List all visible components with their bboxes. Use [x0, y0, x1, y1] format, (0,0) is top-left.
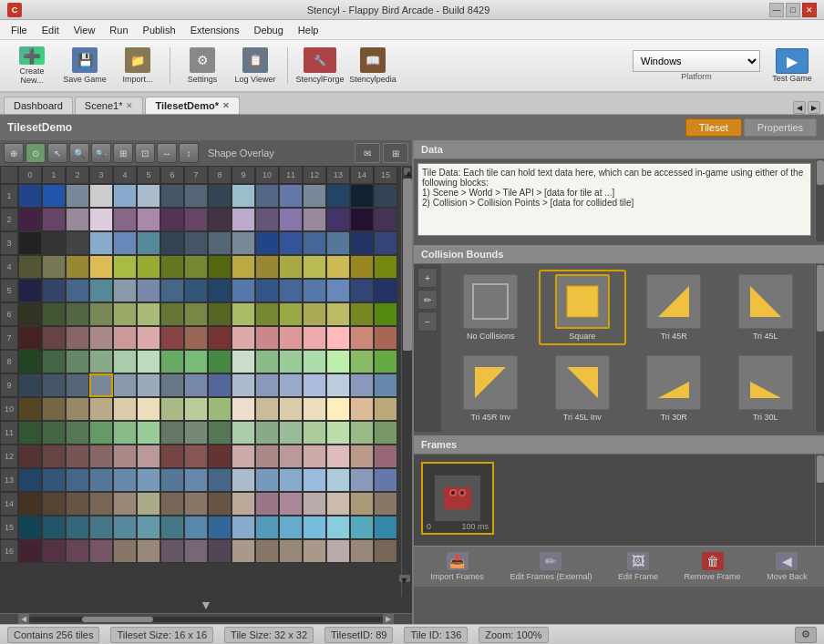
tile-cell-13-14[interactable] [350, 492, 374, 516]
tile-cell-7-9[interactable] [232, 350, 255, 373]
collision-none[interactable]: No Collisions [447, 270, 535, 345]
tile-cell-10-9[interactable] [232, 421, 255, 445]
tile-cell-9-13[interactable] [326, 397, 350, 421]
tile-cell-1-4[interactable] [113, 208, 137, 231]
tile-cell-14-9[interactable] [232, 516, 255, 539]
tile-cell-6-9[interactable] [232, 326, 255, 350]
tile-cell-2-9[interactable] [232, 231, 255, 255]
tile-cell-0-1[interactable] [42, 184, 66, 208]
tile-cell-0-3[interactable] [89, 184, 113, 208]
tile-cell-8-14[interactable] [350, 373, 374, 397]
collision-square[interactable]: Square [539, 270, 627, 345]
ts-btn-3[interactable]: ↖ [47, 143, 67, 163]
collision-scrollbar[interactable] [815, 264, 824, 432]
tile-cell-7-3[interactable] [89, 350, 113, 373]
tile-cell-8-4[interactable] [113, 373, 137, 397]
tile-cell-9-8[interactable] [208, 397, 232, 421]
tile-cell-9-0[interactable] [18, 397, 42, 421]
tile-cell-6-4[interactable] [113, 326, 137, 350]
tile-cell-4-5[interactable] [137, 279, 160, 302]
tab-next-button[interactable]: ▶ [808, 101, 820, 114]
tile-cell-1-3[interactable] [89, 208, 113, 231]
tile-cell-11-4[interactable] [113, 445, 137, 468]
tile-cell-3-4[interactable] [113, 255, 137, 279]
tile-cell-3-8[interactable] [208, 255, 232, 279]
tile-cell-1-14[interactable] [350, 208, 374, 231]
edit-frames-external-button[interactable]: ✏ Edit Frames (External) [506, 550, 595, 583]
tile-cell-3-15[interactable] [374, 255, 397, 279]
tile-cell-13-6[interactable] [160, 492, 184, 516]
tile-cell-9-11[interactable] [279, 397, 303, 421]
tile-cell-3-11[interactable] [279, 255, 303, 279]
tile-cell-14-15[interactable] [374, 516, 397, 539]
tile-cell-12-1[interactable] [42, 468, 66, 492]
frames-scrollbar[interactable] [815, 455, 824, 546]
ts-btn-6[interactable]: ⊡ [135, 143, 155, 163]
tile-cell-1-2[interactable] [66, 208, 89, 231]
tile-cell-5-13[interactable] [326, 302, 350, 326]
tileset-vscroll-thumb[interactable] [403, 179, 412, 351]
tile-cell-1-0[interactable] [18, 208, 42, 231]
tile-cell-10-0[interactable] [18, 421, 42, 445]
tile-cell-15-5[interactable] [137, 539, 160, 563]
tile-cell-2-7[interactable] [184, 231, 208, 255]
tile-cell-13-13[interactable] [326, 492, 350, 516]
tile-cell-14-2[interactable] [66, 516, 89, 539]
tile-cell-15-3[interactable] [89, 539, 113, 563]
collision-tri45rinv[interactable]: Tri 45R Inv [447, 351, 535, 426]
tile-cell-7-2[interactable] [66, 350, 89, 373]
tile-cell-12-2[interactable] [66, 468, 89, 492]
tile-cell-8-12[interactable] [303, 373, 326, 397]
tile-cell-13-7[interactable] [184, 492, 208, 516]
tile-cell-5-7[interactable] [184, 302, 208, 326]
tile-cell-2-13[interactable] [326, 231, 350, 255]
tile-cell-12-3[interactable] [89, 468, 113, 492]
tile-cell-11-10[interactable] [255, 445, 279, 468]
tile-cell-8-5[interactable] [137, 373, 160, 397]
tile-cell-7-15[interactable] [374, 350, 397, 373]
tile-cell-1-10[interactable] [255, 208, 279, 231]
menu-extensions[interactable]: Extensions [183, 23, 247, 37]
import-button[interactable]: 📁 Import... [113, 44, 162, 87]
move-back-button[interactable]: ◀ Move Back [763, 550, 811, 583]
ts-btn-8[interactable]: ↕ [179, 143, 199, 163]
collision-tri30r[interactable]: Tri 30R [630, 351, 718, 426]
tile-cell-13-4[interactable] [113, 492, 137, 516]
tile-cell-13-15[interactable] [374, 492, 397, 516]
tile-cell-10-5[interactable] [137, 421, 160, 445]
tile-cell-2-2[interactable] [66, 231, 89, 255]
tile-cell-14-7[interactable] [184, 516, 208, 539]
menu-view[interactable]: View [67, 23, 103, 37]
tile-cell-3-12[interactable] [303, 255, 326, 279]
tile-cell-7-12[interactable] [303, 350, 326, 373]
tile-cell-15-12[interactable] [303, 539, 326, 563]
maximize-button[interactable]: □ [786, 3, 800, 17]
tile-cell-11-7[interactable] [184, 445, 208, 468]
tile-cell-8-11[interactable] [279, 373, 303, 397]
tile-cell-7-10[interactable] [255, 350, 279, 373]
tile-cell-6-7[interactable] [184, 326, 208, 350]
tile-cell-2-1[interactable] [42, 231, 66, 255]
tile-cell-15-4[interactable] [113, 539, 137, 563]
tile-cell-12-8[interactable] [208, 468, 232, 492]
menu-debug[interactable]: Debug [246, 23, 290, 37]
tile-cell-13-0[interactable] [18, 492, 42, 516]
tile-cell-5-6[interactable] [160, 302, 184, 326]
tile-cell-12-6[interactable] [160, 468, 184, 492]
tile-cell-1-6[interactable] [160, 208, 184, 231]
tile-cell-1-8[interactable] [208, 208, 232, 231]
tile-cell-6-3[interactable] [89, 326, 113, 350]
tile-cell-1-7[interactable] [184, 208, 208, 231]
tile-cell-5-5[interactable] [137, 302, 160, 326]
tile-cell-4-12[interactable] [303, 279, 326, 302]
tile-cell-12-11[interactable] [279, 468, 303, 492]
tile-cell-8-3[interactable] [89, 373, 113, 397]
tile-cell-8-9[interactable] [232, 373, 255, 397]
tile-cell-2-0[interactable] [18, 231, 42, 255]
tab-tilesetdemo-close[interactable]: ✕ [222, 101, 230, 110]
tile-cell-5-9[interactable] [232, 302, 255, 326]
tile-data-input[interactable]: Tile Data: Each tile can hold text data … [417, 163, 811, 236]
tile-cell-1-11[interactable] [279, 208, 303, 231]
tile-cell-3-1[interactable] [42, 255, 66, 279]
tile-cell-8-1[interactable] [42, 373, 66, 397]
